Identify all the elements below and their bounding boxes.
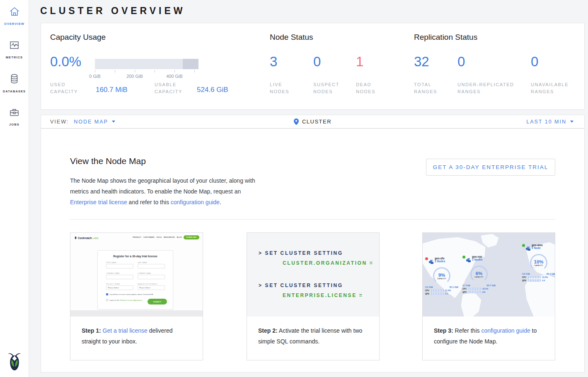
under-replicated-ranges-label: UNDER-REPLICATEDRANGES bbox=[457, 81, 514, 95]
license-agreement-checkbox-preview: I agree to the Software License Agreemen… bbox=[106, 299, 143, 301]
capacity-gauge: 9% CAPACITY bbox=[433, 267, 450, 285]
chevron-down-icon bbox=[570, 121, 573, 123]
view-selector[interactable]: NODE MAP bbox=[74, 119, 108, 125]
sidebar-item-label: DATABASES bbox=[0, 89, 29, 93]
sidebar-item-databases[interactable]: DATABASES bbox=[0, 73, 29, 93]
nodes-icon bbox=[466, 256, 471, 264]
home-icon bbox=[9, 12, 20, 19]
suspect-nodes-label: SUSPECTNODES bbox=[313, 81, 339, 95]
sidebar-item-metrics[interactable]: METRICS bbox=[0, 40, 29, 59]
databases-icon bbox=[9, 79, 20, 86]
qps-sparkline bbox=[528, 279, 541, 282]
description-line: metrics and health indicators. To enable… bbox=[70, 186, 255, 197]
summary-card: Capacity Usage 0.0% 0 GiB 200 GiB 400 Gi… bbox=[41, 23, 585, 110]
axis-tick bbox=[194, 70, 195, 72]
trial-license-screenshot: Cockroach LABS PRODUCTCUSTOMERSDOCSRESOU… bbox=[70, 233, 203, 317]
configuration-guide-link[interactable]: configuration guide bbox=[481, 327, 530, 334]
total-ranges-value: 32 bbox=[414, 54, 429, 70]
mini-site-footer bbox=[70, 310, 203, 317]
download-button-preview: DOWNLOAD bbox=[184, 235, 199, 239]
step1-caption: Step 1: Get a trial license delivered st… bbox=[70, 317, 203, 360]
time-range-selector[interactable]: LAST 10 MIN bbox=[526, 119, 573, 125]
used-capacity-value: 160.7 MiB bbox=[96, 86, 128, 94]
nodes-icon bbox=[526, 245, 530, 252]
sql-line: > SET CLUSTER SETTING bbox=[259, 283, 343, 288]
sidebar-item-label: METRICS bbox=[0, 56, 29, 59]
sidebar-item-overview[interactable]: OVERVIEW bbox=[0, 6, 29, 26]
sidebar-item-jobs[interactable]: JOBS bbox=[0, 107, 29, 126]
view-bar: VIEW: NODE MAP CLUSTER LAST 10 MIN bbox=[41, 115, 585, 128]
replication-status-title: Replication Status bbox=[414, 33, 477, 42]
text-input-preview bbox=[138, 264, 165, 268]
step2-card: > SET CLUSTER SETTING CLUSTER.ORGANIZATI… bbox=[247, 232, 380, 360]
submit-button-preview: SUBMIT bbox=[148, 299, 167, 304]
qps-sparkline bbox=[469, 291, 481, 293]
unavailable-ranges-value: 0 bbox=[531, 54, 538, 70]
step3-card: geo-sfo2 Nodes 9% CAPACITY 3.2 GiB35.1 G… bbox=[422, 232, 555, 360]
field-label: COMPANY EMAIL bbox=[138, 273, 152, 274]
capacity-gauge: 6% CAPACITY bbox=[470, 266, 488, 283]
dead-nodes-value: 1 bbox=[356, 54, 363, 70]
get-trial-license-link[interactable]: Get a trial license bbox=[103, 327, 148, 334]
capacity-bar bbox=[95, 59, 198, 69]
sql-arg: CLUSTER.ORGANIZATION = bbox=[283, 260, 373, 266]
cluster-overview-page: OVERVIEW METRICS DATABASES JOBS bbox=[0, 0, 588, 377]
cluster-breadcrumb: CLUSTER bbox=[302, 118, 332, 125]
locality-widget-geo-sfo: geo-sfo2 Nodes 9% CAPACITY 3.2 GiB35.1 G… bbox=[425, 257, 458, 295]
cpu-sparkline bbox=[431, 289, 444, 292]
status-dot-red-icon bbox=[425, 257, 428, 260]
select-preview: Please Select bbox=[106, 285, 133, 290]
field-label: LAST NAME bbox=[138, 262, 147, 263]
axis-tick-label: 400 GiB bbox=[162, 74, 187, 79]
capacity-usage-title: Capacity Usage bbox=[50, 33, 106, 42]
axis-tick bbox=[135, 70, 135, 72]
configuration-guide-link[interactable]: configuration guide bbox=[171, 199, 220, 205]
chevron-down-icon[interactable] bbox=[112, 121, 115, 123]
locality-widget-geo-nyc: geo-nyc2 Nodes 6% CAPACITY 3.7 GiB65.7 G… bbox=[462, 255, 496, 293]
status-dot-green-icon bbox=[462, 256, 465, 259]
unavailable-ranges-label: UNAVAILABLERANGES bbox=[531, 81, 569, 95]
under-replicated-ranges-value: 0 bbox=[457, 54, 465, 70]
total-ranges-label: TOTALRANGES bbox=[414, 81, 437, 95]
live-nodes-label: LIVENODES bbox=[270, 81, 289, 95]
usable-capacity-value: 524.6 GiB bbox=[197, 86, 228, 94]
view-label: VIEW: bbox=[50, 119, 69, 125]
cpu-sparkline bbox=[469, 288, 481, 290]
enterprise-trial-license-link[interactable]: Enterprise trial license bbox=[70, 199, 127, 205]
field-label: COMPANY NAME bbox=[106, 273, 120, 274]
map-pin-icon bbox=[294, 118, 299, 125]
status-dot-green-icon bbox=[522, 244, 525, 247]
sql-line: > SET CLUSTER SETTING bbox=[259, 250, 343, 256]
axis-tick bbox=[174, 70, 175, 72]
node-map-preview-image: geo-sfo2 Nodes 9% CAPACITY 3.2 GiB35.1 G… bbox=[423, 233, 555, 317]
locality-widget-geo-ams: geo-ams1 Node 10% CAPACITY 3.6 GiB36.4 G… bbox=[522, 244, 555, 282]
form-title: Register for a 30-day trial license bbox=[98, 255, 173, 258]
axis-tick bbox=[95, 70, 95, 72]
sidebar-item-label: OVERVIEW bbox=[0, 22, 29, 26]
text-input-preview bbox=[138, 275, 165, 279]
cockroach-logo bbox=[6, 351, 23, 372]
capacity-bar-reserved-segment bbox=[183, 59, 198, 69]
time-range-value: LAST 10 MIN bbox=[526, 119, 566, 125]
trial-register-form-preview: Register for a 30-day trial license FIRS… bbox=[97, 250, 173, 309]
field-label: REASON FOR INTEREST bbox=[138, 283, 157, 285]
axis-tick-label: 0 GiB bbox=[82, 74, 107, 79]
usable-capacity-label: USABLECAPACITY bbox=[155, 81, 182, 95]
sql-arg: ENTERPRISE.LICENSE = bbox=[283, 292, 363, 298]
select-preview: Please Select bbox=[138, 285, 165, 290]
description-line: The Node Map shows the geographical layo… bbox=[70, 175, 255, 186]
field-label: FIRST NAME bbox=[106, 262, 116, 263]
step2-caption: Step 2: Activate the trial license with … bbox=[247, 317, 379, 360]
email-updates-checkbox-preview: I would like to receive email updates ab… bbox=[106, 293, 154, 295]
text-input-preview bbox=[106, 264, 133, 268]
get-enterprise-trial-button[interactable]: GET A 30-DAY ENTERPRISE TRIAL bbox=[426, 159, 555, 176]
cockroach-labs-wordmark: Cockroach LABS bbox=[74, 236, 98, 239]
sidebar: OVERVIEW METRICS DATABASES JOBS bbox=[0, 0, 29, 377]
dead-nodes-label: DEADNODES bbox=[356, 81, 375, 95]
node-map-description: The Node Map shows the geographical layo… bbox=[70, 175, 255, 208]
cpu-sparkline bbox=[528, 276, 541, 278]
step1-card: Cockroach LABS PRODUCTCUSTOMERSDOCSRESOU… bbox=[70, 232, 203, 360]
used-capacity-label: USEDCAPACITY bbox=[50, 81, 78, 95]
mini-site-nav: PRODUCTCUSTOMERSDOCSRESOURCESBLOG bbox=[131, 237, 182, 238]
nodes-icon bbox=[429, 258, 433, 266]
